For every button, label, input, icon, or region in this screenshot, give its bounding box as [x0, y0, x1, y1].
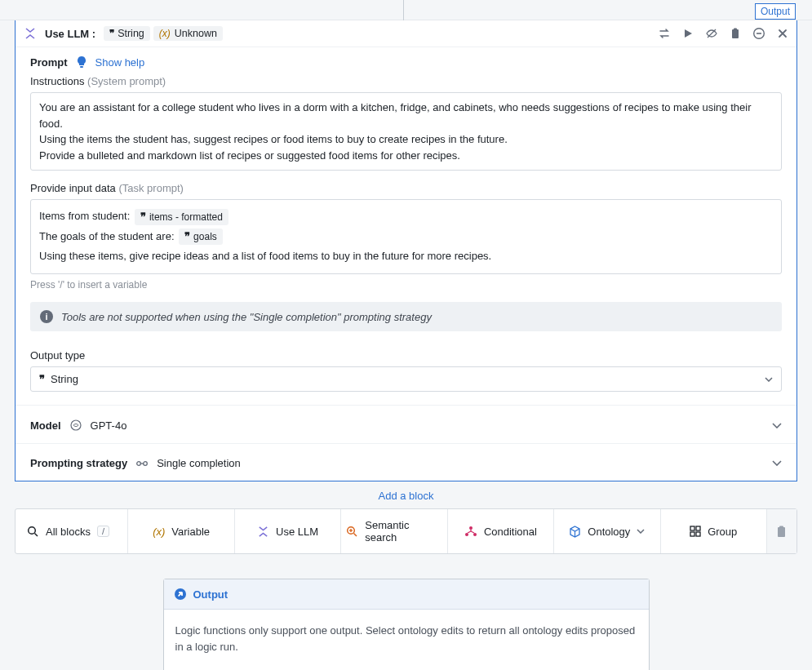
variable-hint: Press '/' to insert a variable	[16, 274, 796, 291]
chip-label: String	[118, 28, 144, 39]
quote-icon: ❞	[109, 28, 113, 39]
toolbar-variable[interactable]: (x) Variable	[128, 509, 234, 553]
toolbar-label: Variable	[171, 526, 210, 538]
search-plus-icon	[346, 526, 358, 538]
grid-icon	[690, 526, 701, 537]
input-hint: (Task prompt)	[118, 182, 183, 194]
quote-icon: ❞	[140, 209, 145, 225]
toolbar-conditional[interactable]: Conditional	[448, 509, 554, 553]
instructions-hint: (System prompt)	[87, 75, 166, 87]
show-help-link[interactable]: Show help	[95, 56, 145, 69]
variable-chip-items[interactable]: ❞ items - formatted	[135, 209, 229, 225]
toolbar-label: Use LLM	[276, 526, 318, 538]
chip-label: items - formatted	[149, 209, 223, 225]
svg-rect-19	[690, 526, 694, 530]
info-text: Tools are not supported when using the "…	[61, 311, 432, 323]
toolbar-label: Conditional	[484, 526, 537, 538]
output-description: Logic functions only support one output.…	[175, 623, 637, 654]
minus-circle-icon[interactable]	[752, 27, 765, 40]
svg-rect-24	[779, 526, 783, 528]
search-icon	[27, 526, 39, 538]
close-icon[interactable]	[777, 28, 788, 39]
chip-label: Unknown	[175, 28, 217, 39]
chevron-down-icon	[772, 460, 782, 466]
toolbar-semantic-search[interactable]: Semantic search	[341, 509, 447, 553]
clipboard-icon	[776, 526, 787, 538]
play-icon[interactable]	[682, 28, 694, 39]
chevron-down-icon	[765, 377, 773, 382]
branch-icon	[464, 526, 477, 537]
output-type-select[interactable]: ❞ String	[30, 366, 782, 392]
chip-string[interactable]: ❞ String	[104, 26, 150, 41]
info-icon: i	[40, 310, 53, 323]
svg-rect-2	[734, 28, 737, 30]
svg-point-7	[137, 461, 141, 465]
strategy-value: Single completion	[157, 457, 241, 469]
instructions-label: Instructions	[30, 75, 84, 87]
toolbar-label: Ontology	[588, 526, 630, 538]
variable-chip-goals[interactable]: ❞ goals	[179, 229, 223, 245]
chevron-down-icon	[637, 529, 645, 534]
tab-divider	[403, 0, 404, 20]
chip-unknown[interactable]: (x) Unknown	[153, 26, 223, 41]
task-text: Items from student:	[39, 210, 133, 222]
output-type-label: Output type	[30, 349, 782, 362]
toolbar-clipboard[interactable]	[767, 509, 796, 553]
top-tab-row: Output	[0, 0, 812, 20]
output-panel-header: Output	[164, 579, 649, 610]
output-type-value: String	[51, 373, 78, 385]
model-provider-icon	[69, 419, 82, 432]
svg-point-10	[29, 526, 36, 534]
toolbar-label: All blocks	[46, 526, 91, 538]
block-title: Use LLM :	[45, 28, 95, 40]
svg-rect-1	[732, 29, 739, 38]
swap-icon[interactable]	[658, 27, 671, 40]
svg-point-17	[465, 533, 468, 536]
lightbulb-icon	[76, 55, 87, 69]
task-text: Using these items, give recipe ideas and…	[39, 246, 773, 267]
prompt-label: Prompt	[30, 56, 68, 69]
add-block-link[interactable]: Add a block	[0, 481, 812, 508]
block-header: Use LLM : ❞ String (x) Unknown	[16, 20, 796, 47]
toolbar-use-llm[interactable]: Use LLM	[235, 509, 341, 553]
chevron-down-icon	[772, 423, 782, 428]
task-text: The goals of the student are:	[39, 230, 177, 242]
output-top-tab[interactable]: Output	[755, 3, 796, 20]
cube-icon	[569, 526, 581, 538]
model-label: Model	[30, 419, 61, 432]
prompt-section: Prompt Show help Instructions (System pr…	[16, 47, 796, 171]
output-panel-title: Output	[193, 588, 229, 601]
svg-point-6	[71, 420, 81, 430]
toolbar-label: Semantic search	[365, 519, 441, 544]
task-section: Provide input data (Task prompt) Items f…	[16, 171, 796, 274]
svg-point-16	[469, 526, 473, 530]
eye-off-icon[interactable]	[705, 27, 718, 40]
svg-rect-20	[696, 526, 700, 530]
toolbar-group[interactable]: Group	[661, 509, 767, 553]
model-row[interactable]: Model GPT-4o	[16, 405, 796, 443]
quote-icon: ❞	[184, 229, 189, 245]
llm-icon	[24, 27, 37, 40]
output-panel: Output Logic functions only support one …	[163, 579, 650, 670]
svg-rect-22	[696, 532, 700, 536]
info-banner: i Tools are not supported when using the…	[30, 302, 782, 331]
toolbar-ontology[interactable]: Ontology	[554, 509, 660, 553]
block-toolbar: All blocks / (x) Variable Use LLM Semant…	[15, 508, 797, 554]
chain-icon	[135, 459, 149, 468]
task-prompt-textarea[interactable]: Items from student: ❞ items - formatted …	[30, 199, 782, 274]
system-prompt-textarea[interactable]: You are an assistant for a college stude…	[30, 92, 782, 171]
quote-icon: ❞	[39, 373, 44, 385]
toolbar-all-blocks[interactable]: All blocks /	[16, 509, 128, 553]
svg-rect-5	[80, 66, 83, 68]
strategy-row[interactable]: Prompting strategy Single completion	[16, 443, 796, 481]
output-type-group: Output type ❞ String	[16, 338, 796, 392]
svg-line-13	[354, 533, 357, 536]
variable-icon: (x)	[159, 28, 171, 39]
variable-icon: (x)	[153, 526, 165, 538]
use-llm-block: Use LLM : ❞ String (x) Unknown	[15, 20, 797, 481]
kbd-slash: /	[97, 526, 109, 537]
clipboard-icon[interactable]	[730, 28, 741, 40]
chip-label: goals	[193, 229, 217, 245]
header-actions	[658, 27, 788, 40]
arrow-circle-icon	[174, 588, 187, 601]
